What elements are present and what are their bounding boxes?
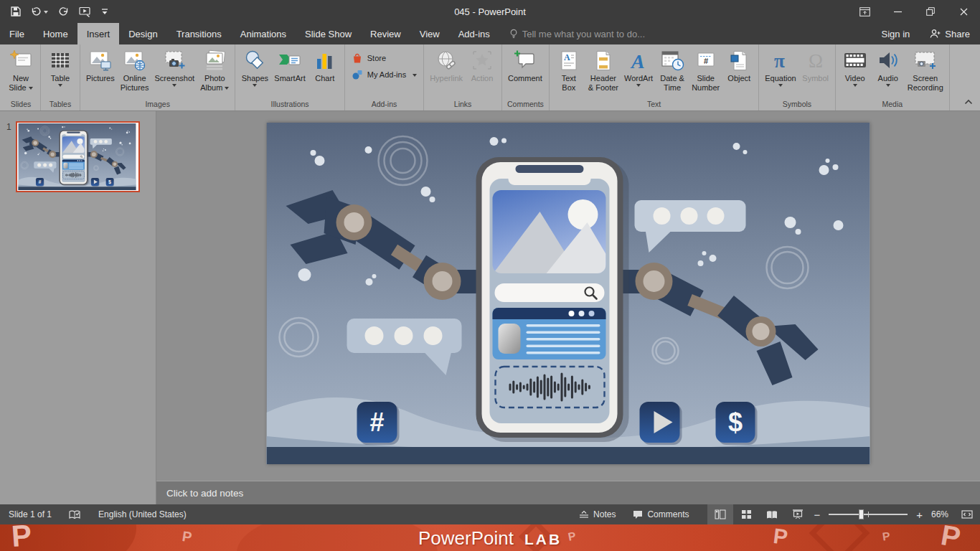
restore-button[interactable] — [914, 0, 947, 23]
phone-notch — [516, 165, 584, 173]
zoom-level[interactable]: 66% — [925, 509, 954, 519]
view-reading-button[interactable] — [759, 504, 785, 524]
tab-animations[interactable]: Animations — [231, 23, 296, 44]
zoom-slider-thumb[interactable] — [859, 509, 864, 519]
banner-title-main: PowerPoint — [418, 527, 514, 550]
ribbon-display-options-button[interactable] — [848, 0, 881, 23]
video-button[interactable]: Video — [839, 47, 872, 88]
collapse-chevron-icon — [964, 99, 973, 105]
shapes-button[interactable]: Shapes — [238, 47, 271, 88]
banner-title-suffix: LAB — [524, 531, 562, 548]
tab-slide-show[interactable]: Slide Show — [296, 23, 361, 44]
view-normal-button[interactable] — [707, 504, 733, 524]
smartart-icon — [278, 48, 302, 72]
tab-view[interactable]: View — [410, 23, 449, 44]
view-slide-sorter-button[interactable] — [733, 504, 759, 524]
ground-bar — [267, 447, 870, 464]
zoom-slider[interactable] — [829, 514, 908, 515]
audio-button[interactable]: Audio — [872, 47, 905, 88]
ribbon-group-links: Hyperlink Action Links — [424, 44, 502, 110]
notes-toggle[interactable]: Notes — [570, 504, 624, 524]
online-pictures-button[interactable]: OnlinePictures — [118, 47, 152, 93]
svg-text:π: π — [774, 50, 785, 72]
header-footer-button[interactable]: Header& Footer — [585, 47, 621, 93]
screenshot-button[interactable]: Screenshot — [152, 47, 198, 88]
slide-thumbnail[interactable] — [16, 121, 140, 192]
undo-icon — [31, 6, 42, 17]
tab-design[interactable]: Design — [119, 23, 166, 44]
group-label-links: Links — [425, 100, 501, 110]
tell-me-box[interactable]: Tell me what you want to do... — [509, 23, 645, 44]
slideshow-view-icon — [792, 509, 804, 519]
dropdown-caret — [778, 84, 783, 89]
screen-recording-button[interactable]: ScreenRecording — [905, 47, 946, 93]
svg-text:A: A — [630, 50, 645, 72]
slide-sorter-icon — [741, 509, 752, 519]
dollar-glyph: $ — [728, 408, 743, 437]
slide-number-button[interactable]: # SlideNumber — [689, 47, 722, 93]
tab-add-ins[interactable]: Add-ins — [449, 23, 499, 44]
tab-insert[interactable]: Insert — [77, 23, 120, 44]
ribbon: NewSlide Slides Table Tables Pictures — [0, 44, 980, 111]
slide-editor: # $ — [156, 111, 980, 504]
photo-album-button[interactable]: PhotoAlbum — [197, 47, 232, 93]
my-addins-button[interactable]: My Add-ins — [348, 67, 420, 82]
slide-canvas[interactable]: # $ — [267, 123, 870, 464]
chart-button[interactable]: Chart — [308, 47, 341, 83]
zoom-in-button[interactable]: + — [913, 509, 925, 521]
collapse-ribbon-button[interactable] — [964, 95, 973, 108]
fit-slide-to-window-button[interactable] — [954, 504, 980, 524]
slide-editing-area: # $ — [156, 111, 980, 481]
tab-file[interactable]: File — [0, 23, 34, 44]
tab-transitions[interactable]: Transitions — [167, 23, 231, 44]
comment-button[interactable]: Comment — [505, 47, 545, 83]
zoom-out-button[interactable]: − — [811, 509, 823, 521]
notes-placeholder: Click to add notes — [166, 488, 243, 499]
close-button[interactable] — [947, 0, 980, 23]
minimize-button[interactable] — [881, 0, 914, 23]
comments-toggle[interactable]: Comments — [624, 504, 697, 524]
undo-button[interactable] — [26, 2, 53, 21]
dropdown-caret — [253, 84, 257, 89]
equation-button[interactable]: π Equation — [762, 47, 798, 88]
minimize-icon — [894, 8, 902, 16]
store-button[interactable]: Store — [348, 51, 390, 65]
view-slideshow-button[interactable] — [785, 504, 811, 524]
reading-view-icon — [766, 510, 778, 519]
ribbon-group-images: Pictures OnlinePictures Screenshot Photo… — [80, 44, 235, 110]
smartart-button[interactable]: SmartArt — [271, 47, 308, 83]
fit-window-icon — [961, 509, 973, 519]
ribbon-display-icon — [859, 7, 870, 17]
symbol-button[interactable]: Ω Symbol — [799, 47, 832, 83]
group-label-addins: Add-ins — [346, 100, 423, 110]
hyperlink-button[interactable]: Hyperlink — [427, 47, 466, 83]
date-time-button[interactable]: Date &Time — [656, 47, 689, 93]
banner-title: PowerPoint LAB — [418, 527, 562, 550]
wordart-button[interactable]: A WordArt — [621, 47, 656, 88]
action-button[interactable]: Action — [466, 47, 499, 83]
customize-qat-button[interactable] — [96, 2, 113, 21]
share-button[interactable]: Share — [930, 29, 970, 39]
repeat-button[interactable] — [53, 2, 74, 21]
language-indicator[interactable]: English (United States) — [90, 504, 195, 524]
new-slide-button[interactable]: NewSlide — [4, 47, 37, 93]
table-icon — [50, 48, 71, 72]
play-tile — [640, 402, 682, 445]
save-button[interactable] — [6, 2, 26, 21]
group-label-illustrations: Illustrations — [236, 100, 343, 110]
start-slideshow-button[interactable] — [74, 2, 96, 21]
spell-check-button[interactable] — [60, 504, 90, 524]
sign-in-link[interactable]: Sign in — [882, 29, 910, 39]
table-button[interactable]: Table — [44, 47, 77, 88]
tab-home[interactable]: Home — [34, 23, 77, 44]
restore-icon — [926, 7, 935, 16]
banner-letter: P — [772, 525, 789, 548]
tab-review[interactable]: Review — [361, 23, 410, 44]
banner-letter: P — [11, 524, 33, 551]
ribbon-tab-bar: File Home Insert Design Transitions Anim… — [0, 23, 980, 44]
object-button[interactable]: Object — [722, 47, 755, 83]
text-box-button[interactable]: A TextBox — [552, 47, 585, 93]
notes-pane[interactable]: Click to add notes — [156, 481, 980, 504]
dropdown-caret — [172, 84, 176, 89]
pictures-button[interactable]: Pictures — [83, 47, 118, 83]
